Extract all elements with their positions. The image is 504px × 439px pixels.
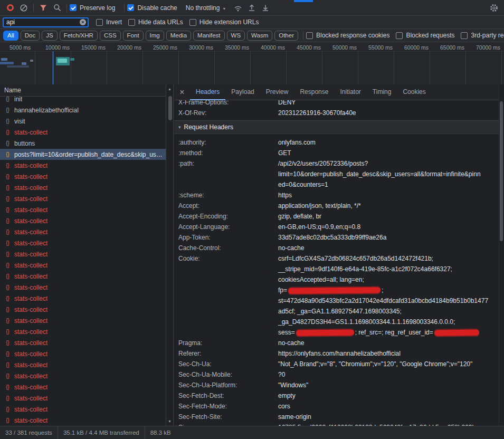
header-row: X-Frame-Options:DENY xyxy=(174,100,499,108)
tab-preview[interactable]: Preview xyxy=(260,84,294,100)
clear-button[interactable] xyxy=(17,1,31,15)
scrollbar-thumb[interactable] xyxy=(168,96,172,120)
request-row[interactable]: {}stats-collect xyxy=(0,215,166,226)
request-name: stats-collect xyxy=(14,384,47,391)
request-row[interactable]: {}stats-collect xyxy=(0,293,166,304)
type-filter-css[interactable]: CSS xyxy=(100,31,121,41)
request-list-scrollbar[interactable] xyxy=(167,84,174,426)
request-row[interactable]: {}stats-collect xyxy=(0,204,166,215)
type-filter-ws[interactable]: WS xyxy=(227,31,245,41)
request-row[interactable]: {}stats-collect xyxy=(0,271,166,282)
request-row[interactable]: {}stats-collect xyxy=(0,182,166,193)
request-row[interactable]: {}stats-collect xyxy=(0,393,166,404)
tab-payload[interactable]: Payload xyxy=(225,84,260,100)
filter-input[interactable] xyxy=(6,18,80,26)
request-row[interactable]: {}stats-collect xyxy=(0,249,166,260)
request-row[interactable]: {}hannahelizabethofficial xyxy=(0,104,166,116)
network-conditions-button[interactable] xyxy=(231,1,245,15)
type-filter-js[interactable]: JS xyxy=(42,31,57,41)
type-filter-manifest[interactable]: Manifest xyxy=(193,31,224,41)
record-button[interactable] xyxy=(3,1,17,15)
type-filter-all[interactable]: All xyxy=(3,31,18,41)
request-row[interactable]: {}stats-collect xyxy=(0,171,166,182)
throttling-select[interactable]: No throttling xyxy=(186,4,226,12)
timeline-tick-label: 25000 ms xyxy=(153,44,177,51)
preserve-log-checkbox[interactable] xyxy=(70,4,77,11)
timeline-gridline xyxy=(214,51,215,84)
request-row[interactable]: {}stats-collect xyxy=(0,193,166,204)
type-filter-media[interactable]: Media xyxy=(166,31,191,41)
request-row[interactable]: {}stats-collect xyxy=(0,160,166,171)
request-row[interactable]: {}stats-collect xyxy=(0,282,166,293)
blocked-response-cookies-checkbox[interactable] xyxy=(306,32,313,39)
request-name: stats-collect xyxy=(14,295,47,302)
request-row[interactable]: {}stats-collect xyxy=(0,381,166,393)
request-row[interactable]: {}stats-collect xyxy=(0,304,166,315)
tab-timing[interactable]: Timing xyxy=(367,84,397,100)
type-filter-doc[interactable]: Doc xyxy=(21,31,40,41)
request-row[interactable]: {}stats-collect xyxy=(0,359,166,370)
header-row: Sign:16785:5aad9602cf110608b03133de56364… xyxy=(174,422,499,426)
request-row[interactable]: {}stats-collect xyxy=(0,370,166,381)
scroll-down-icon[interactable] xyxy=(168,419,172,423)
request-row[interactable]: {}stats-collect xyxy=(0,337,166,348)
tab-initiator[interactable]: Initiator xyxy=(334,84,366,100)
invert-checkbox[interactable] xyxy=(96,19,103,26)
type-filter-wasm[interactable]: Wasm xyxy=(247,31,272,41)
timeline-gridline xyxy=(286,51,287,84)
request-details-panel: HeadersPayloadPreviewResponseInitiatorTi… xyxy=(174,84,499,426)
header-name: Pragma: xyxy=(174,338,278,348)
request-row[interactable]: {}stats-collect xyxy=(0,127,166,138)
type-filter-fetch-xhr[interactable]: Fetch/XHR xyxy=(60,31,98,41)
request-type-icon: {} xyxy=(4,207,11,213)
export-har-button[interactable] xyxy=(259,1,272,15)
network-overview-timeline[interactable]: 5000 ms10000 ms15000 ms20000 ms25000 ms3… xyxy=(0,42,504,85)
filter-toggle-button[interactable] xyxy=(36,1,50,15)
scroll-up-icon[interactable] xyxy=(168,87,172,91)
request-row[interactable]: {}stats-collect xyxy=(0,226,166,237)
request-row[interactable]: {}visit xyxy=(0,116,166,127)
request-row[interactable]: {}stats-collect xyxy=(0,237,166,249)
tab-response[interactable]: Response xyxy=(294,84,334,100)
timeline-tick-label: 35000 ms xyxy=(225,44,249,51)
request-row[interactable]: {}buttons xyxy=(0,138,166,149)
disable-cache-checkbox[interactable] xyxy=(127,4,134,11)
cookie-line: ad5cf; _ga=GA1.1.689275447.1698003345; xyxy=(278,306,496,317)
timeline-gridline xyxy=(107,51,107,84)
request-name: stats-collect xyxy=(14,173,47,180)
search-button[interactable] xyxy=(50,1,64,15)
tab-cookies[interactable]: Cookies xyxy=(397,84,431,100)
request-row[interactable]: {}stats-collect xyxy=(0,415,166,426)
timeline-tick-label: 20000 ms xyxy=(117,44,141,51)
close-details-icon[interactable] xyxy=(174,88,190,97)
request-row[interactable]: {}stats-collect xyxy=(0,326,166,337)
header-row: Sec-Ch-Ua-Platform:"Windows" xyxy=(174,380,499,390)
blocked-requests-checkbox[interactable] xyxy=(396,32,403,39)
details-scrollbar[interactable] xyxy=(499,84,504,426)
request-row[interactable]: {}posts?limit=10&order=publish_date_desc… xyxy=(0,149,166,160)
tab-headers[interactable]: Headers xyxy=(190,84,225,100)
request-row[interactable]: {}init xyxy=(0,93,166,104)
timeline-gridline xyxy=(394,51,394,84)
hide-extension-urls-checkbox[interactable] xyxy=(189,19,196,26)
request-row[interactable]: {}stats-collect xyxy=(0,260,166,271)
import-har-button[interactable] xyxy=(245,1,259,15)
request-row[interactable]: {}stats-collect xyxy=(0,348,166,359)
type-filter-img[interactable]: Img xyxy=(146,31,164,41)
clear-filter-icon[interactable] xyxy=(80,19,86,25)
request-name: stats-collect xyxy=(14,251,47,258)
request-headers-section-toggle[interactable]: Request Headers xyxy=(174,121,499,134)
scrollbar-thumb[interactable] xyxy=(500,101,503,241)
settings-button[interactable] xyxy=(487,1,501,15)
timeline-tick-label: 60000 ms xyxy=(404,44,429,51)
type-filter-font[interactable]: Font xyxy=(123,31,144,41)
request-row[interactable]: {}stats-collect xyxy=(0,315,166,326)
request-row[interactable]: {}stats-collect xyxy=(0,404,166,415)
header-name: :method: xyxy=(174,148,278,158)
toolbar-divider xyxy=(33,4,34,12)
hide-data-urls-checkbox[interactable] xyxy=(128,19,135,26)
request-type-icon: {} xyxy=(4,384,11,390)
gear-icon xyxy=(489,3,499,13)
type-filter-other[interactable]: Other xyxy=(274,31,298,41)
third-party-requests-checkbox[interactable] xyxy=(461,32,468,39)
